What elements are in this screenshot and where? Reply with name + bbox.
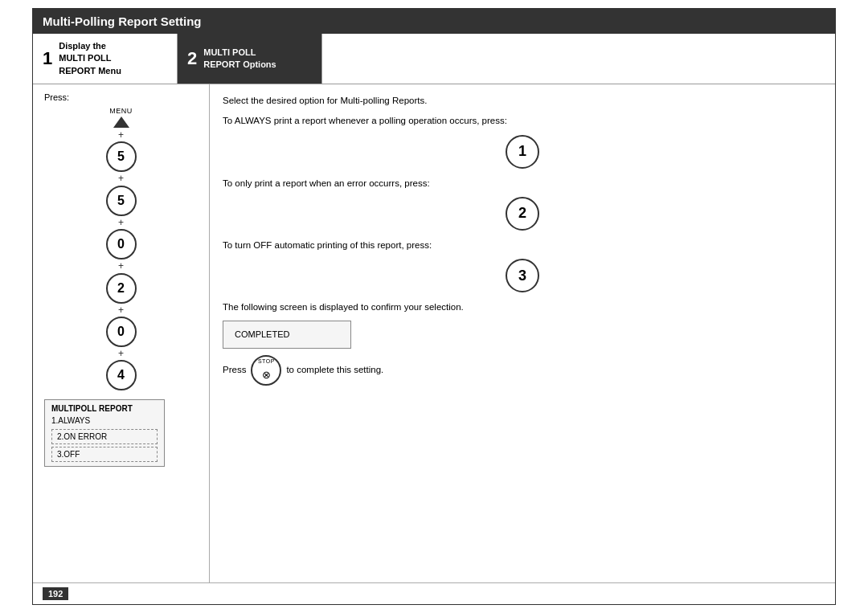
press-text: Press bbox=[223, 363, 246, 377]
right-panel: Select the desired option for Multi-poll… bbox=[210, 84, 835, 582]
steps-header: 1 Display the MULTI POLL REPORT Menu 2 M… bbox=[33, 34, 835, 84]
step-2: 2 MULTI POLL REPORT Options bbox=[178, 34, 322, 84]
key-1-circle[interactable]: 1 bbox=[506, 135, 539, 169]
button-2[interactable]: 2 bbox=[106, 273, 137, 304]
stop-section: Press STOP ⊗ to complete this setting. bbox=[223, 355, 822, 386]
left-panel: Press: MENU + 5 + 5 + 0 + 2 + 0 + 4 MULT… bbox=[33, 84, 210, 582]
menu-label: MENU bbox=[109, 107, 133, 115]
lcd-title: MULTIPOLL REPORT bbox=[51, 404, 158, 413]
completed-box: COMPLETED bbox=[223, 321, 351, 349]
button-0-first[interactable]: 0 bbox=[106, 229, 137, 260]
intro-text: Select the desired option for Multi-poll… bbox=[223, 94, 822, 108]
button-5-first[interactable]: 5 bbox=[106, 141, 137, 172]
page-number: 192 bbox=[43, 587, 68, 600]
page-footer: 192 bbox=[33, 582, 835, 604]
off-text: To turn OFF automatic printing of this r… bbox=[223, 239, 822, 252]
press-label: Press: bbox=[44, 92, 198, 102]
content-area: Press: MENU + 5 + 5 + 0 + 2 + 0 + 4 MULT… bbox=[33, 84, 835, 582]
lcd-screen: MULTIPOLL REPORT 1.ALWAYS 2.ON ERROR 3.O… bbox=[44, 399, 165, 467]
page-wrapper: Multi-Polling Report Setting 1 Display t… bbox=[32, 8, 836, 605]
step-1-label: Display the MULTI POLL REPORT Menu bbox=[59, 40, 121, 77]
page-title: Multi-Polling Report Setting bbox=[33, 9, 835, 34]
confirm-text: The following screen is displayed to con… bbox=[223, 300, 822, 314]
error-text: To only print a report when an error occ… bbox=[223, 177, 822, 190]
complete-text: to complete this setting. bbox=[286, 363, 383, 377]
lcd-dashed1: 2.ON ERROR bbox=[51, 429, 158, 444]
stop-label: STOP bbox=[258, 358, 275, 366]
step-2-label: MULTI POLL REPORT Options bbox=[203, 47, 276, 72]
plus-2: + bbox=[118, 173, 124, 184]
key-3-circle[interactable]: 3 bbox=[506, 259, 539, 292]
lcd-line1: 1.ALWAYS bbox=[51, 415, 158, 427]
step-2-number: 2 bbox=[187, 50, 197, 67]
step-1: 1 Display the MULTI POLL REPORT Menu bbox=[33, 34, 178, 84]
stop-button[interactable]: STOP ⊗ bbox=[251, 355, 281, 386]
key-2-circle[interactable]: 2 bbox=[506, 197, 539, 231]
plus-6: + bbox=[118, 348, 124, 359]
plus-1: + bbox=[118, 129, 124, 141]
stop-icon: ⊗ bbox=[262, 367, 271, 383]
plus-4: + bbox=[118, 260, 124, 272]
plus-3: + bbox=[118, 217, 124, 228]
step-1-number: 1 bbox=[43, 50, 52, 67]
button-4[interactable]: 4 bbox=[106, 360, 137, 390]
always-text: To ALWAYS print a report whenever a poll… bbox=[223, 114, 822, 128]
menu-triangle-icon bbox=[113, 116, 129, 128]
button-sequence: MENU + 5 + 5 + 0 + 2 + 0 + 4 bbox=[44, 107, 198, 391]
button-0-second[interactable]: 0 bbox=[106, 317, 137, 347]
lcd-dashed2: 3.OFF bbox=[51, 447, 158, 462]
button-5-second[interactable]: 5 bbox=[106, 186, 137, 216]
plus-5: + bbox=[118, 304, 124, 316]
